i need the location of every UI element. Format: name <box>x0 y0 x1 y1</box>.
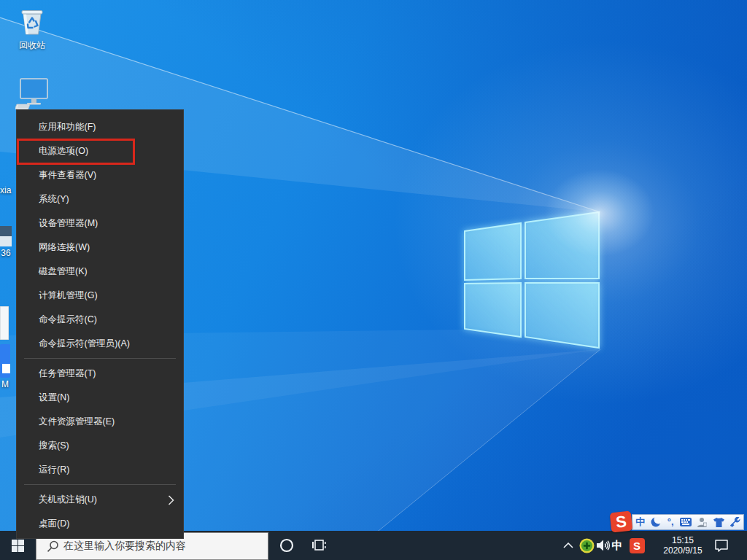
search-placeholder: 在这里输入你要搜索的内容 <box>63 540 186 553</box>
search-icon <box>47 540 59 553</box>
menu-item-command-prompt-admin[interactable]: 命令提示符(管理员)(A) <box>17 332 183 356</box>
menu-item-search[interactable]: 搜索(S) <box>17 434 183 458</box>
desktop-icon-doc[interactable] <box>0 306 9 340</box>
input-method-indicator[interactable]: 中 <box>608 531 626 560</box>
this-pc-icon[interactable] <box>15 77 50 109</box>
windows-start-icon <box>12 540 24 552</box>
menu-item-disk-management[interactable]: 磁盘管理(K) <box>17 260 183 284</box>
menu-item-command-prompt[interactable]: 命令提示符(C) <box>17 308 183 332</box>
menu-item-label: 命令提示符(管理员)(A) <box>39 338 130 349</box>
desktop: 回收站 xia 36 M S <box>0 0 747 560</box>
sogou-logo-icon[interactable]: S <box>610 511 633 533</box>
recycle-bin-icon[interactable]: 回收站 <box>12 7 53 52</box>
menu-item-label: 搜索(S) <box>39 440 69 451</box>
sogou-icon: S <box>630 538 645 553</box>
chevron-up-icon <box>563 542 573 548</box>
menu-item-label: 网络连接(W) <box>39 242 90 252</box>
sogou-punctuation-icon[interactable]: °, <box>667 515 674 529</box>
this-pc-glyph <box>15 77 49 109</box>
menu-item-system[interactable]: 系统(Y) <box>17 187 183 211</box>
desktop-icon-36[interactable]: 36 <box>0 226 12 258</box>
sogou-wrench-icon[interactable] <box>730 517 740 527</box>
menu-item-label: 关机或注销(U) <box>39 494 97 505</box>
tray-360-icon[interactable] <box>578 531 595 560</box>
menu-item-shutdown-signout[interactable]: 关机或注销(U) <box>17 488 183 512</box>
clock-time: 15:15 <box>655 535 711 545</box>
menu-item-label: 事件查看器(V) <box>39 170 96 180</box>
sogou-keyboard-icon[interactable] <box>680 518 692 526</box>
menu-item-label: 文件资源管理器(E) <box>39 416 115 427</box>
menu-item-label: 应用和功能(F) <box>39 122 96 132</box>
action-center-icon <box>714 538 729 553</box>
tray-sogou-icon[interactable]: S <box>626 531 648 560</box>
task-view-button[interactable] <box>306 531 331 560</box>
menu-item-label: 磁盘管理(K) <box>39 266 88 276</box>
green-ball-icon <box>579 538 595 553</box>
cortana-icon <box>279 538 294 553</box>
desktop-icon-m[interactable]: M <box>0 344 10 389</box>
menu-item-task-manager[interactable]: 任务管理器(T) <box>17 362 183 386</box>
menu-item-label: 系统(Y) <box>39 194 69 204</box>
menu-item-file-explorer[interactable]: 文件资源管理器(E) <box>17 410 183 434</box>
menu-separator <box>24 358 176 359</box>
action-center-button[interactable] <box>711 531 732 560</box>
highlight-annotation <box>17 139 135 165</box>
menu-item-label: 桌面(D) <box>39 518 69 529</box>
menu-item-label: 命令提示符(C) <box>39 314 97 324</box>
menu-item-computer-management[interactable]: 计算机管理(G) <box>17 284 183 308</box>
menu-item-settings[interactable]: 设置(N) <box>17 386 183 410</box>
sogou-moon-icon[interactable] <box>651 517 661 527</box>
menu-separator <box>24 484 176 485</box>
sogou-toolbar: 中 °, <box>632 514 744 530</box>
menu-item-network-connections[interactable]: 网络连接(W) <box>17 236 183 260</box>
submenu-chevron-icon <box>168 495 174 505</box>
sogou-chinese-mode-icon[interactable]: 中 <box>635 515 645 529</box>
menu-item-label: 任务管理器(T) <box>39 368 96 378</box>
menu-item-label: 计算机管理(G) <box>39 290 98 300</box>
menu-item-label: 设置(N) <box>39 392 69 402</box>
menu-item-device-manager[interactable]: 设备管理器(M) <box>17 211 183 236</box>
icon-fragment <box>0 344 10 378</box>
desktop-icon-xia[interactable]: xia <box>0 184 11 195</box>
menu-item-label: 设备管理器(M) <box>39 218 98 228</box>
icon-fragment <box>0 306 9 340</box>
tray-expand-button[interactable] <box>559 531 578 560</box>
icon-fragment <box>0 226 12 246</box>
clock-date: 2020/9/15 <box>655 545 711 556</box>
recycle-bin-glyph <box>18 7 46 38</box>
sogou-user-icon[interactable] <box>697 517 707 527</box>
menu-item-desktop[interactable]: 桌面(D) <box>17 512 183 536</box>
taskbar-clock[interactable]: 15:15 2020/9/15 <box>655 531 711 560</box>
menu-item-apps-features[interactable]: 应用和功能(F) <box>17 115 183 139</box>
menu-item-run[interactable]: 运行(R) <box>17 458 183 482</box>
menu-item-label: 运行(R) <box>39 464 69 475</box>
sogou-input-bar: S 中 °, <box>611 512 744 532</box>
cortana-button[interactable] <box>274 531 299 560</box>
winx-context-menu: 应用和功能(F) 电源选项(O) 事件查看器(V) 系统(Y) 设备管理器(M)… <box>16 109 184 539</box>
task-view-icon <box>311 539 326 552</box>
sogou-skin-icon[interactable] <box>713 518 724 527</box>
menu-item-event-viewer[interactable]: 事件查看器(V) <box>17 163 183 187</box>
recycle-bin-label: 回收站 <box>19 39 45 52</box>
